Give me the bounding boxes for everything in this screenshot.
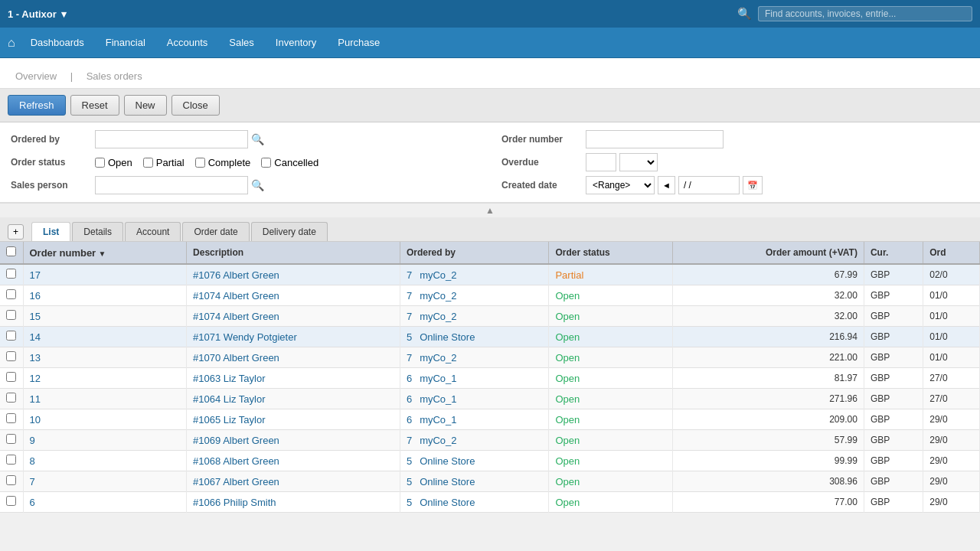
nav-purchase[interactable]: Purchase xyxy=(327,28,390,58)
nav-financial[interactable]: Financial xyxy=(95,28,156,58)
row-checkbox[interactable] xyxy=(6,393,16,403)
row-currency: GBP xyxy=(864,451,923,471)
order-number-input[interactable] xyxy=(586,130,724,148)
row-description[interactable]: #1063 Liz Taylor xyxy=(187,368,400,389)
row-order-num[interactable]: 13 xyxy=(23,347,187,368)
row-checkbox[interactable] xyxy=(6,455,16,465)
status-partial-checkbox[interactable] xyxy=(143,158,153,168)
nav-inventory[interactable]: Inventory xyxy=(265,28,327,58)
row-checkbox[interactable] xyxy=(6,413,16,423)
row-order-num[interactable]: 6 xyxy=(23,492,187,513)
tab-account[interactable]: Account xyxy=(125,222,181,241)
close-button[interactable]: Close xyxy=(172,95,220,116)
order-status-filter: Order status Open Partial Complete Cance… xyxy=(11,153,479,171)
row-checkbox[interactable] xyxy=(6,269,16,279)
row-order-num[interactable]: 7 xyxy=(23,471,187,492)
sales-person-label: Sales person xyxy=(11,180,87,191)
row-checkbox[interactable] xyxy=(6,496,16,506)
tab-details[interactable]: Details xyxy=(72,222,123,241)
table-row[interactable]: 6 #1066 Philip Smith 5 Online Store Open… xyxy=(0,492,980,513)
table-row[interactable]: 13 #1070 Albert Green 7 myCo_2 Open 221.… xyxy=(0,347,980,368)
row-description[interactable]: #1074 Albert Green xyxy=(187,306,400,327)
ordered-by-input[interactable] xyxy=(95,130,248,148)
row-description[interactable]: #1065 Liz Taylor xyxy=(187,409,400,430)
created-date-label: Created date xyxy=(501,180,578,191)
row-amount: 99.99 xyxy=(672,451,864,471)
table-row[interactable]: 14 #1071 Wendy Potgieter 5 Online Store … xyxy=(0,327,980,347)
col-checkbox xyxy=(0,242,23,264)
overdue-color-box xyxy=(586,153,616,171)
row-description[interactable]: #1074 Albert Green xyxy=(187,285,400,306)
table-row[interactable]: 9 #1069 Albert Green 7 myCo_2 Open 57.99… xyxy=(0,430,980,451)
table-row[interactable]: 15 #1074 Albert Green 7 myCo_2 Open 32.0… xyxy=(0,306,980,327)
order-status-label: Order status xyxy=(11,157,87,168)
tab-delivery-date[interactable]: Delivery date xyxy=(251,222,328,241)
row-description[interactable]: #1076 Albert Green xyxy=(187,264,400,285)
tab-expand-button[interactable]: + xyxy=(8,224,24,240)
row-order-num[interactable]: 15 xyxy=(23,306,187,327)
row-order-num[interactable]: 12 xyxy=(23,368,187,389)
ordered-by-search-button[interactable]: 🔍 xyxy=(251,133,264,145)
status-cancelled-checkbox[interactable] xyxy=(261,158,271,168)
row-checkbox[interactable] xyxy=(6,351,16,361)
filter-collapse-button[interactable]: ▲ xyxy=(485,205,495,216)
select-all-checkbox[interactable] xyxy=(6,246,16,256)
row-order-num[interactable]: 14 xyxy=(23,327,187,347)
date-input[interactable] xyxy=(678,176,740,194)
row-checkbox-cell xyxy=(0,264,23,285)
row-order-num[interactable]: 9 xyxy=(23,430,187,451)
row-checkbox[interactable] xyxy=(6,372,16,382)
table-row[interactable]: 7 #1067 Albert Green 5 Online Store Open… xyxy=(0,471,980,492)
app-title-area[interactable]: 1 - Autixor ▾ xyxy=(8,8,67,20)
new-button[interactable]: New xyxy=(124,95,167,116)
status-complete-label[interactable]: Complete xyxy=(195,157,251,168)
global-search-input[interactable] xyxy=(765,8,965,19)
table-row[interactable]: 16 #1074 Albert Green 7 myCo_2 Open 32.0… xyxy=(0,285,980,306)
row-description[interactable]: #1067 Albert Green xyxy=(187,471,400,492)
status-partial-label[interactable]: Partial xyxy=(143,157,185,168)
status-open-label[interactable]: Open xyxy=(95,157,132,168)
table-row[interactable]: 17 #1076 Albert Green 7 myCo_2 Partial 6… xyxy=(0,264,980,285)
table-row[interactable]: 8 #1068 Albert Green 5 Online Store Open… xyxy=(0,451,980,471)
home-icon[interactable]: ⌂ xyxy=(8,36,15,50)
sales-person-input[interactable] xyxy=(95,176,248,194)
date-back-button[interactable]: ◄ xyxy=(658,176,675,194)
status-cancelled-label[interactable]: Cancelled xyxy=(261,157,318,168)
date-calendar-button[interactable]: 📅 xyxy=(743,176,763,194)
tab-order-date[interactable]: Order date xyxy=(182,222,249,241)
col-order-number[interactable]: Order number ▼ xyxy=(23,242,187,264)
table-row[interactable]: 12 #1063 Liz Taylor 6 myCo_1 Open 81.97 … xyxy=(0,368,980,389)
sales-person-search-button[interactable]: 🔍 xyxy=(251,179,264,191)
global-search-bar[interactable] xyxy=(758,6,972,21)
row-description[interactable]: #1071 Wendy Potgieter xyxy=(187,327,400,347)
row-checkbox[interactable] xyxy=(6,289,16,299)
nav-sales[interactable]: Sales xyxy=(218,28,265,58)
row-order-num[interactable]: 10 xyxy=(23,409,187,430)
row-order-num[interactable]: 17 xyxy=(23,264,187,285)
row-order-num[interactable]: 8 xyxy=(23,451,187,471)
tab-list[interactable]: List xyxy=(31,222,70,241)
date-range-select[interactable]: <Range> Today This Week This Month xyxy=(586,176,655,194)
row-checkbox[interactable] xyxy=(6,331,16,341)
status-open-checkbox[interactable] xyxy=(95,158,105,168)
table-row[interactable]: 10 #1065 Liz Taylor 6 myCo_1 Open 209.00… xyxy=(0,409,980,430)
table-row[interactable]: 11 #1064 Liz Taylor 6 myCo_1 Open 271.96… xyxy=(0,389,980,409)
row-description[interactable]: #1068 Albert Green xyxy=(187,451,400,471)
table-header: Order number ▼ Description Ordered by Or… xyxy=(0,242,980,264)
row-currency: GBP xyxy=(864,430,923,451)
row-description[interactable]: #1066 Philip Smith xyxy=(187,492,400,513)
reset-button[interactable]: Reset xyxy=(70,95,119,116)
row-order-num[interactable]: 16 xyxy=(23,285,187,306)
row-description[interactable]: #1064 Liz Taylor xyxy=(187,389,400,409)
nav-accounts[interactable]: Accounts xyxy=(156,28,218,58)
row-checkbox[interactable] xyxy=(6,475,16,485)
status-complete-checkbox[interactable] xyxy=(195,158,205,168)
nav-dashboards[interactable]: Dashboards xyxy=(20,28,95,58)
overdue-dropdown[interactable]: Yes No xyxy=(619,153,658,171)
row-description[interactable]: #1069 Albert Green xyxy=(187,430,400,451)
row-order-num[interactable]: 11 xyxy=(23,389,187,409)
row-checkbox[interactable] xyxy=(6,434,16,444)
row-description[interactable]: #1070 Albert Green xyxy=(187,347,400,368)
row-checkbox[interactable] xyxy=(6,310,16,320)
refresh-button[interactable]: Refresh xyxy=(8,95,66,116)
